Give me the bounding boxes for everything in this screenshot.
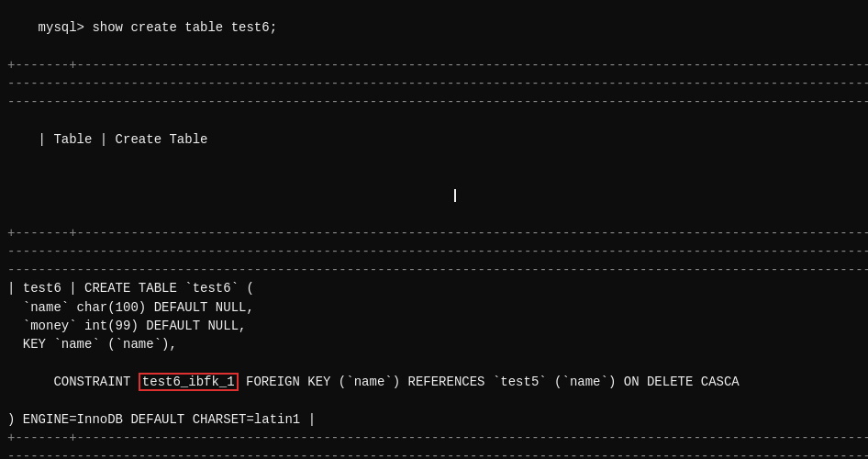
separator-annotation-row: +-------+-------------------------------…	[0, 429, 868, 447]
data-row-2: `name` char(100) DEFAULT NULL,	[0, 298, 868, 317]
cursor-line	[0, 168, 868, 224]
cursor	[454, 189, 456, 202]
constraint-text-before: CONSTRAINT	[39, 375, 139, 389]
data-row-1: | test6 | CREATE TABLE `test6` (	[0, 279, 868, 297]
separator-7: +-------+-------------------------------…	[7, 429, 868, 447]
data-row-4: KEY `name` (`name`),	[0, 335, 868, 353]
separator-4: +-------+-------------------------------…	[0, 224, 868, 242]
table-header-table: | Table | Create Table	[39, 132, 208, 147]
table-header-row: | Table | Create Table	[0, 112, 868, 168]
separator-8: ----------------------------------------…	[0, 447, 868, 459]
data-row-constraint: CONSTRAINT test6_ibfk_1 FOREIGN KEY (`na…	[0, 354, 868, 410]
separator-3: ----------------------------------------…	[0, 93, 868, 111]
command-line-1: mysql> show create table test6;	[0, 0, 868, 56]
constraint-name-highlight: test6_ibfk_1	[139, 373, 239, 391]
prompt-1: mysql> show create table test6;	[39, 20, 277, 35]
terminal-window: mysql> show create table test6; +-------…	[0, 0, 868, 459]
separator-2: ----------------------------------------…	[0, 74, 868, 93]
data-row-engine: ) ENGINE=InnoDB DEFAULT CHARSET=latin1 |	[0, 410, 868, 429]
data-row-3: `money` int(99) DEFAULT NULL,	[0, 317, 868, 335]
separator-5: ----------------------------------------…	[0, 242, 868, 261]
separator-6: ----------------------------------------…	[0, 261, 868, 279]
constraint-text-after: FOREIGN KEY (`name`) REFERENCES `test5` …	[239, 375, 740, 389]
separator-1: +-------+-------------------------------…	[0, 56, 868, 74]
